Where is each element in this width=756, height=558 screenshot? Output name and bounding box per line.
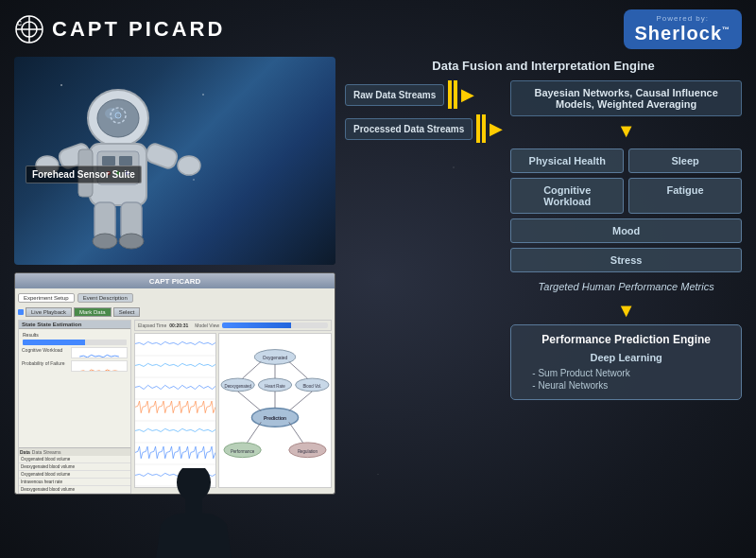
raw-arrow-bars: ▶ bbox=[448, 80, 474, 109]
fatigue-box: Fatigue bbox=[628, 178, 742, 214]
sherlock-badge: Powered by: Sherlock™ bbox=[624, 9, 742, 49]
right-arrow-icon: ▶ bbox=[461, 84, 474, 105]
model-view-label: Model View bbox=[195, 323, 219, 328]
streams-label: Data Streams bbox=[32, 449, 61, 455]
probability-row: Probability of Failure bbox=[21, 359, 129, 373]
prob-bar bbox=[23, 340, 85, 345]
processed-arrow-bars: ▶ bbox=[476, 114, 503, 143]
cognitive-workload-label: Cognitive Workload bbox=[22, 347, 69, 358]
down-arrow-1-icon: ▼ bbox=[510, 121, 742, 140]
streams-column: Raw Data Streams ▶ Processed Data bbox=[345, 80, 503, 143]
progress-bar bbox=[222, 323, 328, 328]
fusion-content-row: Raw Data Streams ▶ Processed Data bbox=[345, 80, 742, 400]
waveform-chart bbox=[134, 333, 216, 488]
svg-point-59 bbox=[177, 468, 211, 501]
person-silhouette-area bbox=[142, 468, 246, 558]
svg-point-24 bbox=[93, 234, 117, 249]
prediction-engine-box: Performance Prediction Engine Deep Learn… bbox=[510, 324, 742, 400]
logo-area: C CAPT PICARD bbox=[14, 14, 225, 44]
svg-line-57 bbox=[248, 422, 262, 443]
dashboard-title: CAPT PICARD bbox=[149, 277, 201, 286]
svg-line-56 bbox=[289, 392, 313, 411]
dashboard-area: CAPT PICARD Experiment Setup Event Descr… bbox=[14, 272, 335, 495]
svg-point-5 bbox=[60, 84, 62, 86]
stream-label-2: Oxygenated blood volume bbox=[19, 471, 130, 479]
physical-health-box: Physical Health bbox=[510, 148, 624, 173]
stream-label-0: Oxygenated blood volume bbox=[19, 456, 130, 463]
mood-box: Mood bbox=[510, 218, 742, 243]
sensor-label-container: Forehead Sensor Suite bbox=[26, 166, 142, 183]
svg-text:Performance: Performance bbox=[231, 449, 255, 454]
person-silhouette bbox=[142, 468, 246, 558]
engine-item-0: - Sum Product Network bbox=[523, 367, 730, 379]
bayesian-box: Bayesian Networks, Causal Influence Mode… bbox=[510, 80, 742, 116]
sherlock-powered-label: Powered by: bbox=[657, 14, 709, 23]
processed-streams-row: Processed Data Streams ▶ bbox=[345, 114, 503, 143]
svg-text:C: C bbox=[17, 20, 22, 26]
progress-fill bbox=[222, 323, 291, 328]
metrics-grid: Physical Health Sleep Cognitive Workload… bbox=[510, 148, 742, 272]
sensor-label: Forehead Sensor Suite bbox=[26, 166, 142, 183]
svg-text:Oxygenated: Oxygenated bbox=[263, 356, 288, 360]
state-header: State State Estimation bbox=[19, 321, 130, 329]
prob-bar-container bbox=[23, 340, 127, 345]
svg-text:Deoxygenated: Deoxygenated bbox=[224, 384, 251, 389]
svg-line-52 bbox=[243, 361, 262, 378]
elapsed-value: 00:20:31 bbox=[169, 323, 188, 328]
main-container: C CAPT PICARD Powered by: Sherlock™ bbox=[0, 0, 756, 558]
sherlock-name: Sherlock™ bbox=[635, 23, 730, 44]
mark-data-btn[interactable]: Mark Data bbox=[74, 307, 112, 317]
dashboard-titlebar: CAPT PICARD bbox=[15, 273, 335, 288]
bar-4 bbox=[482, 114, 486, 143]
probability-chart bbox=[71, 360, 128, 372]
elapsed-label: Elapsed Time bbox=[138, 323, 166, 328]
svg-point-25 bbox=[119, 234, 144, 249]
capt-picard-logo-icon: C bbox=[14, 14, 44, 44]
state-rows: Results Cognitive Workload bbox=[19, 329, 130, 447]
svg-text:Heart Rate: Heart Rate bbox=[265, 384, 285, 389]
bar-1 bbox=[448, 80, 452, 109]
processed-streams-label: Processed Data Streams bbox=[353, 124, 464, 134]
svg-rect-20 bbox=[145, 142, 180, 170]
data-section: Data Data Streams Oxygenated blood volum… bbox=[19, 447, 130, 495]
stream-label-4: Deoxygenated blood volume bbox=[19, 486, 130, 494]
svg-rect-13 bbox=[102, 156, 115, 166]
select-btn[interactable]: Select bbox=[113, 307, 141, 317]
dashboard-toolbar: Experiment Setup Event Description bbox=[18, 291, 332, 305]
experiment-setup-tab[interactable]: Experiment Setup bbox=[18, 293, 75, 303]
right-arrow-2-icon: ▶ bbox=[490, 118, 503, 139]
bar-3 bbox=[476, 114, 480, 143]
fusion-engine-title: Data Fusion and Interpretation Engine bbox=[345, 57, 742, 75]
event-description-tab[interactable]: Event Description bbox=[77, 293, 133, 303]
engine-subtitle: Deep Learning bbox=[523, 352, 730, 363]
astronaut-area: Forehead Sensor Suite bbox=[14, 57, 335, 265]
data-label: Data bbox=[20, 449, 30, 455]
raw-streams-box: Raw Data Streams bbox=[345, 84, 444, 106]
stream-label-3: Intravenous heart rate bbox=[19, 479, 130, 486]
stream-labels-list: Oxygenated blood volume Deoxygenated blo… bbox=[19, 456, 130, 495]
sleep-box: Sleep bbox=[628, 148, 742, 173]
dashboard-body: Experiment Setup Event Description Live … bbox=[15, 288, 335, 495]
cognitive-workload-row: Cognitive Workload bbox=[21, 346, 129, 359]
svg-rect-14 bbox=[119, 156, 132, 166]
svg-point-6 bbox=[202, 94, 204, 96]
svg-point-21 bbox=[178, 156, 200, 175]
processed-streams-box: Processed Data Streams bbox=[345, 118, 472, 140]
stream-label-1: Deoxygenated blood volume bbox=[19, 463, 130, 471]
svg-line-58 bbox=[289, 422, 303, 443]
live-playback-btn[interactable]: Live Playback bbox=[26, 307, 72, 317]
svg-text:Blood Vol.: Blood Vol. bbox=[302, 384, 321, 389]
engine-item-1: - Neural Networks bbox=[523, 379, 730, 392]
app-title: CAPT PICARD bbox=[52, 17, 225, 42]
streams-display-area: Oxygenated Deoxygenated Heart Rate bbox=[134, 333, 332, 488]
svg-line-53 bbox=[289, 361, 308, 378]
results-header: Results bbox=[21, 331, 129, 339]
cognitive-chart bbox=[71, 347, 128, 358]
targeted-label: Targeted Human Performance Metrics bbox=[510, 277, 742, 296]
svg-point-7 bbox=[193, 179, 195, 181]
engine-title: Performance Prediction Engine bbox=[523, 333, 730, 346]
probability-label: Probability of Failure bbox=[22, 360, 69, 372]
astronaut-figure bbox=[33, 66, 222, 255]
cognitive-workload-box: Cognitive Workload bbox=[510, 178, 624, 214]
content-area: Forehead Sensor Suite CAPT PICARD Experi… bbox=[14, 57, 742, 549]
